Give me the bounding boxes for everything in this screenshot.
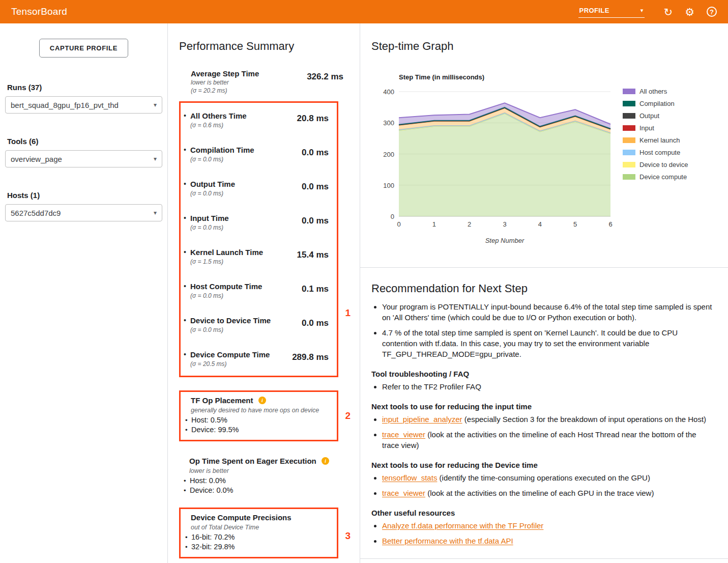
metric-row: •Kernel Launch Time(σ = 1.5 ms)15.4 ms (181, 239, 337, 273)
chevron-down-icon: ▾ (154, 101, 157, 108)
precisions-title: Device Compute Precisions (191, 513, 292, 522)
svg-text:6: 6 (608, 220, 612, 228)
recommendation-item: Better performance with the tf.data API (382, 536, 715, 546)
step-time-graph-title: Step-time Graph (371, 40, 728, 53)
step-time-graph-panel: Step-time Graph 01002003004000123456Step… (360, 23, 728, 563)
help-icon[interactable]: ? (707, 7, 717, 17)
metric-row: •Device to Device Time(σ = 0.0 ms)0.0 ms (181, 307, 337, 342)
metric-text: Input Time(σ = 0.0 ms) (190, 213, 229, 231)
recommendation-list: Your program is POTENTIALLY input-bound … (371, 301, 715, 359)
reload-icon[interactable]: ↻ (664, 7, 673, 17)
tools-select[interactable]: overview_page ▾ (5, 150, 162, 167)
link-tensorflow-stats[interactable]: tensorflow_stats (382, 473, 437, 482)
dashboard-selector[interactable]: PROFILE ▾ (578, 6, 645, 18)
tf-op-placement-title-row: TF Op Placement i (191, 396, 331, 405)
link-input-pipeline-analyzer[interactable]: input_pipeline_analyzer (382, 415, 462, 424)
metric-text: All Others Time(σ = 0.6 ms) (190, 111, 247, 129)
annotation-box-3: Device Compute Precisions out of Total D… (179, 508, 338, 558)
bullet: • (184, 316, 190, 333)
link-analyze-tf-data-performance-with-the-tf-[interactable]: Analyze tf.data performance with the TF … (382, 521, 543, 530)
hosts-select-value: 5627c5dd7dc9 (11, 209, 61, 217)
recommendation-item: tensorflow_stats (identify the time-cons… (382, 472, 715, 483)
stat-list-item: Device: 99.5% (185, 425, 331, 435)
metric-text: Output Time(σ = 0.0 ms) (190, 179, 235, 197)
legend-label: Device to device (639, 161, 688, 168)
metric-row: •Input Time(σ = 0.0 ms)0.0 ms (181, 205, 337, 239)
link-trace-viewer[interactable]: trace_viewer (382, 489, 425, 497)
runs-select[interactable]: bert_squad_8gpu_fp16_pvt_thd ▾ (5, 96, 162, 114)
metric-list: •All Others Time(σ = 0.6 ms)20.8 ms•Comp… (181, 103, 337, 376)
recommendation-item: Your program is POTENTIALLY input-bound … (382, 301, 715, 323)
annotation-number-3: 3 (345, 530, 351, 542)
metric-note: lower is better (191, 79, 259, 86)
recommendation-list: input_pipeline_analyzer (especially Sect… (371, 414, 715, 451)
info-icon[interactable]: i (258, 397, 266, 404)
precisions-note: out of Total Device Time (191, 524, 331, 531)
metric-text: Kernel Launch Time(σ = 1.5 ms) (190, 247, 263, 265)
info-icon[interactable]: i (322, 457, 329, 465)
capture-profile-button[interactable]: CAPTURE PROFILE (39, 39, 128, 58)
annotation-number-2: 2 (345, 410, 351, 421)
metric-value: 20.8 ms (297, 111, 329, 129)
recommendation-body: Your program is POTENTIALLY input-bound … (371, 301, 715, 546)
metric-row: •Host Compute Time(σ = 0.0 ms)0.1 ms (181, 273, 337, 307)
bullet: • (184, 350, 190, 368)
metric-row: •Compilation Time(σ = 0.0 ms)0.0 ms (181, 137, 337, 171)
metric-sigma: (σ = 0.0 ms) (190, 326, 271, 333)
svg-text:2: 2 (468, 220, 471, 228)
gear-icon[interactable]: ⚙ (685, 7, 694, 17)
recommendation-text: (look at the activities on the timeline … (425, 489, 654, 497)
tools-label: Tools (6) (7, 137, 167, 146)
annotation-box-2: TF Op Placement i generally desired to h… (179, 390, 338, 441)
recommendation-list: tensorflow_stats (identify the time-cons… (371, 472, 715, 498)
svg-text:0: 0 (397, 220, 400, 228)
bullet: • (184, 282, 190, 299)
recommendation-title: Recommendation for Next Step (371, 282, 715, 295)
recommendation-item: Refer to the TF2 Profiler FAQ (382, 381, 715, 392)
dashboard-selector-value: PROFILE (579, 7, 609, 14)
eager-execution-title-row: Op Time Spent on Eager Execution i (189, 457, 332, 466)
step-time-chart-svg: 01002003004000123456Step Time (in millis… (378, 71, 618, 247)
svg-text:1: 1 (432, 220, 436, 228)
metric-label: All Others Time (190, 111, 247, 121)
recommendation-section-heading: Next tools to use for reducing the input… (371, 401, 715, 412)
hosts-field: Hosts (1) 5627c5dd7dc9 ▾ (0, 191, 167, 221)
svg-text:100: 100 (383, 182, 394, 189)
link-trace-viewer[interactable]: trace_viewer (382, 430, 425, 439)
average-step-time-row: Average Step Time lower is better (σ = 2… (191, 69, 343, 94)
legend-item: Output (623, 112, 688, 120)
precisions-title-row: Device Compute Precisions (191, 513, 331, 522)
svg-text:400: 400 (383, 88, 394, 96)
svg-text:Step Number: Step Number (485, 237, 525, 244)
recommendation-section-heading: Tool troubleshooting / FAQ (371, 369, 715, 379)
metric-label: Host Compute Time (190, 282, 262, 291)
metric-row: •Output Time(σ = 0.0 ms)0.0 ms (181, 171, 337, 205)
svg-text:200: 200 (383, 151, 394, 158)
metric-sigma: (σ = 0.0 ms) (190, 156, 254, 163)
recommendation-section-heading: Other useful resources (371, 508, 715, 518)
recommendation-list: Refer to the TF2 Profiler FAQ (371, 381, 715, 392)
tf-op-placement-list: Host: 0.5%Device: 99.5% (184, 415, 331, 435)
eager-execution-title: Op Time Spent on Eager Execution (189, 457, 316, 465)
svg-text:Step Time (in milliseconds): Step Time (in milliseconds) (399, 73, 484, 81)
main-content: CAPTURE PROFILE Runs (37) bert_squad_8gp… (0, 23, 728, 563)
legend-item: Device to device (623, 161, 688, 168)
metric-value: 0.1 ms (302, 282, 329, 299)
metric-sigma: (σ = 20.5 ms) (190, 360, 270, 368)
chevron-down-icon: ▾ (640, 7, 644, 14)
hosts-select[interactable]: 5627c5dd7dc9 ▾ (5, 204, 162, 221)
link-better-performance-with-the-tf-data-api[interactable]: Better performance with the tf.data API (382, 537, 513, 545)
precisions-list: 16-bit: 70.2%32-bit: 29.8% (184, 532, 331, 552)
svg-text:4: 4 (538, 220, 542, 228)
eager-execution-block: Op Time Spent on Eager Execution i lower… (179, 457, 338, 495)
recommendation-section-heading: Next tools to use for reducing the Devic… (371, 460, 715, 470)
legend-item: Input (623, 124, 688, 132)
legend-label: Host compute (639, 149, 680, 156)
legend-label: Compilation (639, 100, 675, 107)
recommendation-panel: Recommendation for Next Step Your progra… (371, 282, 715, 546)
legend-item: All others (623, 88, 688, 95)
legend-item: Compilation (623, 100, 688, 107)
tf-op-placement-title: TF Op Placement (191, 396, 253, 405)
metric-sigma: (σ = 0.0 ms) (190, 224, 229, 231)
metric-label: Kernel Launch Time (190, 247, 263, 257)
